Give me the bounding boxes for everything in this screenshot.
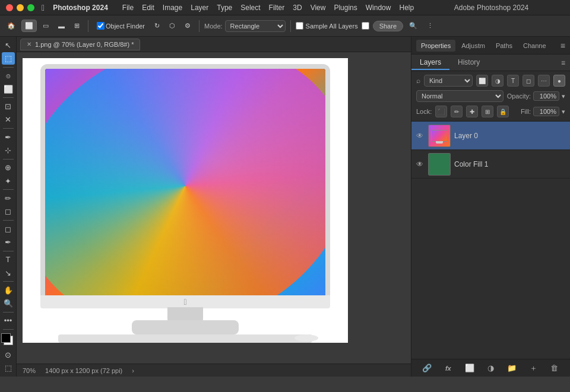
lock-position-button[interactable]: ⊞: [482, 106, 493, 117]
lock-pixels-button[interactable]: ⬛: [435, 106, 447, 117]
color-swatch-area[interactable]: [1, 333, 15, 346]
menu-filter[interactable]: Filter: [269, 4, 285, 12]
layer-item[interactable]: 👁 Layer 0: [411, 122, 570, 150]
share-button[interactable]: Share: [373, 21, 403, 31]
layer-thumb-content: [429, 154, 450, 175]
history-tab[interactable]: History: [449, 56, 488, 70]
delete-layer-button[interactable]: 🗑: [549, 362, 560, 374]
new-layer-button[interactable]: ＋: [527, 362, 539, 374]
menu-3d[interactable]: 3D: [293, 4, 302, 12]
blend-mode-select[interactable]: Normal Dissolve Multiply Screen Overlay: [416, 90, 504, 102]
panel-bottom: 🔗 fx ⬜ ◑ 📁 ＋ 🗑: [411, 359, 570, 377]
fill-chevron[interactable]: ▾: [562, 108, 565, 116]
layers-tab[interactable]: Layers: [411, 56, 449, 70]
type-filter-button[interactable]: T: [507, 75, 519, 87]
maximize-button[interactable]: [27, 4, 34, 11]
channels-tab[interactable]: Channe: [518, 40, 551, 52]
crop-tool[interactable]: ⊡: [2, 100, 15, 112]
adjustments-tab[interactable]: Adjustm: [457, 40, 490, 52]
menu-edit[interactable]: Edit: [142, 4, 154, 12]
tool-sep-10: [3, 329, 14, 330]
single-row-button[interactable]: ▬: [55, 20, 68, 32]
pen-tool[interactable]: ✒: [2, 236, 15, 248]
menu-layer[interactable]: Layer: [191, 4, 208, 12]
layer-visibility-toggle[interactable]: 👁: [415, 131, 425, 141]
panel-options-button[interactable]: ≡: [560, 41, 565, 50]
move-tool[interactable]: ↖: [2, 39, 15, 51]
sample-all-layers-label[interactable]: Sample All Layers: [296, 22, 358, 30]
add-mask-button[interactable]: ⬜: [464, 362, 476, 374]
object-finder-button[interactable]: Object Finder: [93, 20, 148, 32]
lock-all-button[interactable]: 🔒: [497, 106, 509, 117]
clone-tool[interactable]: ✦: [2, 175, 15, 187]
pixel-filter-button[interactable]: ⬜: [476, 75, 488, 87]
fill-value[interactable]: 100%: [533, 107, 559, 116]
object-select-tool[interactable]: ⬜: [2, 83, 15, 95]
lock-paint-button[interactable]: ✏: [451, 106, 463, 117]
properties-tab[interactable]: Properties: [416, 40, 455, 52]
menu-window[interactable]: Window: [366, 4, 391, 12]
screen-mode-tool[interactable]: ⬚: [2, 362, 15, 374]
shape-tool[interactable]: ◻: [2, 223, 15, 235]
lock-art-button[interactable]: ✚: [466, 106, 478, 117]
paths-tab[interactable]: Paths: [491, 40, 517, 52]
menu-type[interactable]: Type: [217, 4, 232, 12]
close-button[interactable]: [6, 4, 13, 11]
shape-filter-button[interactable]: ◻: [522, 75, 534, 87]
adjustment-layer-button[interactable]: ◑: [484, 362, 496, 374]
menu-select[interactable]: Select: [240, 4, 260, 12]
object-finder-checkbox[interactable]: [97, 22, 104, 30]
menu-plugins[interactable]: Plugins: [334, 4, 357, 12]
opacity-value[interactable]: 100%: [533, 91, 559, 101]
extra-button[interactable]: ⋮: [423, 20, 437, 32]
layer-visibility-toggle[interactable]: 👁: [415, 160, 425, 169]
marquee-tool[interactable]: ⬚: [2, 52, 15, 64]
sample-all-layers-checkbox[interactable]: [296, 22, 303, 30]
brush-tool[interactable]: ✏: [2, 192, 15, 204]
traffic-lights: [6, 4, 34, 11]
opacity-chevron[interactable]: ▾: [562, 93, 565, 100]
zoom-tool[interactable]: 🔍: [2, 297, 15, 309]
menu-view[interactable]: View: [311, 4, 326, 12]
frame-tool[interactable]: ✕: [2, 114, 15, 126]
minimize-button[interactable]: [17, 4, 24, 11]
adjust-filter-button[interactable]: ◑: [492, 75, 504, 87]
color-sampler-tool[interactable]: ⊹: [2, 144, 15, 156]
new-group-button[interactable]: 📁: [506, 362, 518, 374]
navigate-arrow[interactable]: ›: [132, 367, 134, 374]
sample-checkbox-2[interactable]: [362, 22, 369, 30]
apple-icon: : [42, 3, 45, 12]
menu-help[interactable]: Help: [399, 4, 414, 12]
fx-button[interactable]: fx: [442, 362, 454, 374]
marquee-tool-button[interactable]: ⬜: [21, 20, 37, 32]
color-dot-button[interactable]: ●: [553, 75, 565, 87]
menu-file[interactable]: File: [122, 4, 134, 12]
kind-select[interactable]: Kind Name Effect Mode Attribute Color: [424, 75, 473, 87]
mode-select[interactable]: Rectangle Ellipse Single Row Single Colu…: [225, 20, 286, 32]
canvas-scroll[interactable]: : [17, 52, 411, 364]
layer-item[interactable]: 👁 Color Fill 1: [411, 150, 570, 179]
type-tool[interactable]: T: [2, 253, 15, 265]
settings-button[interactable]: ⚙: [181, 20, 194, 32]
eraser-tool[interactable]: ◻: [2, 206, 15, 218]
link-layers-button[interactable]: 🔗: [421, 362, 433, 374]
smart-filter-button[interactable]: ⋯: [538, 75, 550, 87]
eyedropper-tool[interactable]: ✒: [2, 131, 15, 143]
select-subject-button[interactable]: ⬡: [166, 20, 179, 32]
intersect-button[interactable]: ⊞: [71, 20, 83, 32]
lasso-tool[interactable]: ⌾: [2, 70, 15, 82]
heal-tool[interactable]: ⊕: [2, 162, 15, 174]
path-select-tool[interactable]: ↘: [2, 267, 15, 279]
search-button[interactable]: 🔍: [406, 20, 421, 32]
document-tab[interactable]: ✕ 1.png @ 70% (Layer 0, RGB/8#) *: [20, 39, 140, 50]
fg-color-swatch[interactable]: [1, 333, 11, 343]
hand-tool[interactable]: ✋: [2, 284, 15, 296]
more-tools[interactable]: •••: [2, 315, 15, 327]
menu-image[interactable]: Image: [163, 4, 182, 12]
tab-close-icon[interactable]: ✕: [27, 41, 31, 47]
quick-mask-tool[interactable]: ⊙: [2, 349, 15, 361]
sub-tab-menu-button[interactable]: ≡: [556, 56, 570, 69]
single-col-button[interactable]: ▭: [39, 20, 52, 32]
home-button[interactable]: 🏠: [4, 20, 19, 32]
refresh-button[interactable]: ↻: [151, 20, 163, 32]
